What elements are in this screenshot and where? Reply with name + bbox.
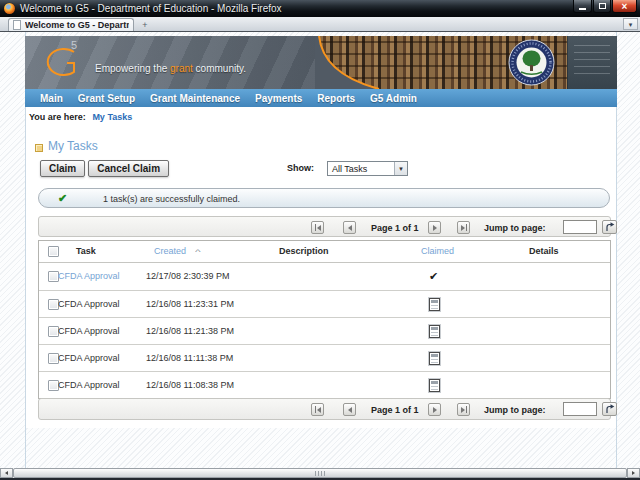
claimed-cell bbox=[429, 291, 440, 317]
select-all-checkbox[interactable] bbox=[48, 246, 59, 257]
nav-item-reports[interactable]: Reports bbox=[317, 93, 355, 104]
page-viewport: 5 Empowering the grant community. Main G… bbox=[0, 32, 640, 468]
claimed-cell bbox=[429, 345, 440, 371]
claimed-check-icon: ✔ bbox=[429, 270, 438, 283]
scroll-right-button[interactable] bbox=[627, 468, 640, 478]
tagline-highlight: grant bbox=[170, 63, 193, 74]
task-table: Task Created ^ Description Claimed Detai… bbox=[38, 240, 611, 399]
last-page-icon bbox=[466, 406, 467, 413]
created-cell: 12/16/08 11:11:38 PM bbox=[146, 345, 233, 371]
pagination-next-button[interactable] bbox=[428, 221, 441, 234]
success-check-icon: ✔ bbox=[58, 192, 67, 205]
scrollbar-thumb[interactable] bbox=[13, 468, 627, 478]
list-tabs-button[interactable]: ▾ bbox=[623, 18, 638, 30]
success-message: ✔ 1 task(s) are successfully claimed. bbox=[38, 188, 610, 208]
claim-document-icon[interactable] bbox=[429, 325, 440, 338]
scroll-left-button[interactable] bbox=[0, 468, 13, 478]
claimed-cell: ✔ bbox=[429, 263, 438, 289]
banner-tagline: Empowering the grant community. bbox=[95, 63, 246, 74]
tab-title: Welcome to G5 - Department of Edu... bbox=[25, 20, 129, 30]
pagination-next-button[interactable] bbox=[428, 403, 441, 416]
pagination-first-button[interactable] bbox=[311, 221, 324, 234]
show-filter-label: Show: bbox=[287, 163, 314, 173]
section-icon bbox=[35, 144, 43, 152]
last-page-icon bbox=[466, 224, 467, 231]
header-claimed-sort-link[interactable]: Claimed bbox=[421, 241, 454, 262]
minimize-button[interactable] bbox=[573, 0, 592, 13]
created-cell: 12/16/08 11:23:31 PM bbox=[146, 291, 234, 317]
claimed-cell bbox=[429, 372, 440, 398]
cancel-claim-button[interactable]: Cancel Claim bbox=[88, 160, 169, 177]
pagination-last-button[interactable] bbox=[457, 221, 470, 234]
breadcrumb: You are here: My Tasks bbox=[29, 112, 132, 122]
header-description: Description bbox=[279, 241, 329, 262]
nav-item-grant-setup[interactable]: Grant Setup bbox=[78, 93, 135, 104]
claimed-cell bbox=[429, 318, 440, 344]
last-page-icon-arrow bbox=[461, 407, 465, 413]
task-link[interactable]: CFDA Approval bbox=[58, 263, 120, 289]
jump-to-page-label: Jump to page: bbox=[484, 223, 546, 233]
last-page-icon-arrow bbox=[461, 225, 465, 231]
claim-document-icon[interactable] bbox=[429, 379, 440, 392]
close-icon: × bbox=[622, 1, 628, 12]
maximize-icon bbox=[599, 3, 606, 9]
nav-item-main[interactable]: Main bbox=[40, 93, 63, 104]
task-cell: CFDA Approval bbox=[58, 372, 120, 398]
header-task: Task bbox=[76, 241, 96, 262]
created-cell: 12/16/08 11:21:38 PM bbox=[146, 318, 234, 344]
nav-item-g5-admin[interactable]: G5 Admin bbox=[370, 93, 417, 104]
scroll-left-icon bbox=[5, 471, 8, 475]
nav-item-grant-maintenance[interactable]: Grant Maintenance bbox=[150, 93, 240, 104]
pagination-prev-button[interactable] bbox=[343, 221, 356, 234]
task-table-body: CFDA Approval 12/17/08 2:30:39 PM ✔ CFDA… bbox=[39, 263, 610, 398]
claim-document-icon[interactable] bbox=[429, 298, 440, 311]
department-of-education-seal bbox=[508, 39, 555, 86]
horizontal-scrollbar[interactable] bbox=[0, 468, 640, 478]
tagline-prefix: Empowering the bbox=[95, 63, 170, 74]
table-row: CFDA Approval 12/16/08 11:23:31 PM bbox=[39, 290, 610, 317]
jump-to-page-input[interactable] bbox=[563, 402, 597, 416]
jump-to-page-label: Jump to page: bbox=[484, 405, 546, 415]
task-cell: CFDA Approval bbox=[58, 318, 120, 344]
close-button[interactable]: × bbox=[612, 0, 637, 13]
table-row: CFDA Approval 12/16/08 11:11:38 PM bbox=[39, 344, 610, 371]
g5-logo bbox=[43, 46, 77, 80]
nav-item-payments[interactable]: Payments bbox=[255, 93, 302, 104]
page-title: My Tasks bbox=[48, 139, 98, 153]
breadcrumb-current-link[interactable]: My Tasks bbox=[92, 112, 132, 122]
tagline-suffix: community. bbox=[193, 63, 246, 74]
scroll-right-icon bbox=[632, 471, 635, 475]
claim-document-icon[interactable] bbox=[429, 352, 440, 365]
window-titlebar: Welcome to G5 - Department of Education … bbox=[0, 0, 640, 17]
pagination-first-button[interactable] bbox=[311, 403, 324, 416]
browser-tab-bar: Welcome to G5 - Department of Edu... + ▾ bbox=[0, 17, 640, 32]
show-filter-value: All Tasks bbox=[328, 162, 394, 175]
maximize-button[interactable] bbox=[593, 0, 611, 13]
chalkboard-photo bbox=[567, 36, 617, 89]
claim-button[interactable]: Claim bbox=[40, 160, 85, 177]
g5-logo-number: 5 bbox=[71, 39, 77, 51]
pagination-prev-button[interactable] bbox=[343, 403, 356, 416]
first-page-icon bbox=[315, 224, 316, 231]
jump-to-page-input[interactable] bbox=[563, 220, 597, 234]
table-row: CFDA Approval 12/16/08 11:21:38 PM bbox=[39, 317, 610, 344]
main-navigation: Main Grant Setup Grant Maintenance Payme… bbox=[25, 89, 617, 107]
window-title: Welcome to G5 - Department of Education … bbox=[20, 3, 282, 14]
header-created-sort-link[interactable]: Created bbox=[154, 241, 186, 262]
first-page-icon bbox=[315, 406, 316, 413]
new-tab-button[interactable]: + bbox=[137, 20, 153, 31]
jump-go-button[interactable] bbox=[602, 220, 617, 234]
jump-go-button[interactable] bbox=[602, 402, 617, 416]
created-cell: 12/17/08 2:30:39 PM bbox=[146, 263, 230, 289]
browser-tab[interactable]: Welcome to G5 - Department of Edu... bbox=[8, 18, 134, 31]
first-page-icon-arrow bbox=[317, 225, 321, 231]
window-controls: × bbox=[573, 0, 637, 13]
minimize-icon bbox=[579, 8, 586, 10]
pagination-bar-top: Page 1 of 1 Jump to page: bbox=[38, 216, 611, 237]
table-row: CFDA Approval 12/17/08 2:30:39 PM ✔ bbox=[39, 263, 610, 290]
created-cell: 12/16/08 11:08:38 PM bbox=[146, 372, 234, 398]
task-actions: Claim Cancel Claim bbox=[40, 160, 169, 177]
breadcrumb-prefix: You are here: bbox=[29, 112, 86, 122]
pagination-last-button[interactable] bbox=[457, 403, 470, 416]
show-filter-select[interactable]: All Tasks ▼ bbox=[327, 161, 408, 176]
